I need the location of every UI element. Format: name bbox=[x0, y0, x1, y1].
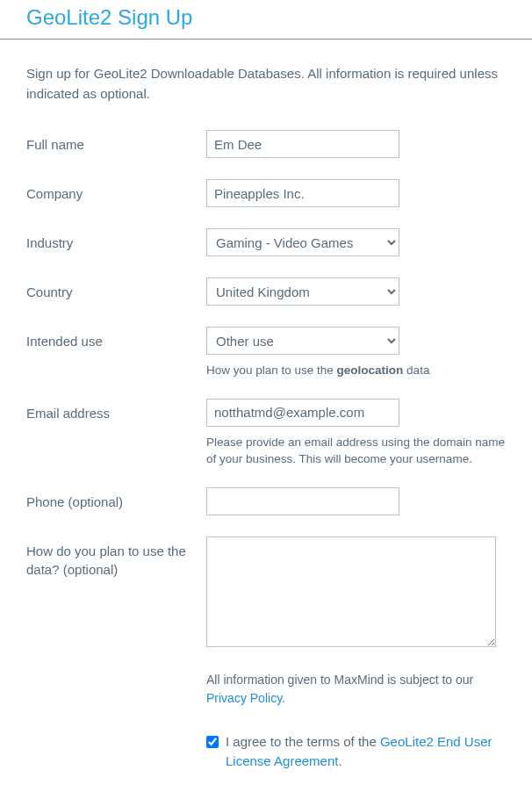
page-title: GeoLite2 Sign Up bbox=[26, 5, 532, 30]
email-input[interactable] bbox=[206, 399, 399, 427]
row-plan: How do you plan to use the data? (option… bbox=[26, 536, 506, 650]
row-intended-use: Intended use Other use bbox=[26, 327, 506, 355]
company-input[interactable] bbox=[206, 179, 399, 207]
row-full-name: Full name bbox=[26, 130, 506, 158]
full-name-input[interactable] bbox=[206, 130, 399, 158]
country-select[interactable]: United Kingdom bbox=[206, 277, 399, 306]
agree-row: I agree to the terms of the GeoLite2 End… bbox=[206, 732, 505, 772]
row-email: Email address bbox=[26, 399, 506, 427]
row-phone: Phone (optional) bbox=[26, 487, 506, 515]
industry-select[interactable]: Gaming - Video Games bbox=[206, 228, 399, 256]
label-phone: Phone (optional) bbox=[26, 487, 206, 511]
label-email: Email address bbox=[26, 399, 206, 422]
label-intended-use: Intended use bbox=[26, 327, 206, 350]
label-full-name: Full name bbox=[26, 130, 206, 154]
intro-text: Sign up for GeoLite2 Downloadable Databa… bbox=[26, 64, 506, 104]
privacy-policy-link[interactable]: Privacy Policy bbox=[206, 691, 282, 705]
privacy-block: All information given to MaxMind is subj… bbox=[206, 671, 505, 708]
email-hint: Please provide an email address using th… bbox=[206, 434, 505, 468]
label-company: Company bbox=[26, 179, 206, 203]
label-industry: Industry bbox=[26, 228, 206, 252]
agree-checkbox[interactable] bbox=[206, 736, 219, 748]
page-header: GeoLite2 Sign Up bbox=[0, 0, 532, 40]
label-country: Country bbox=[26, 277, 206, 301]
content: Sign up for GeoLite2 Downloadable Databa… bbox=[0, 40, 532, 792]
intended-use-hint: How you plan to use the geolocation data bbox=[206, 362, 505, 379]
row-country: Country United Kingdom bbox=[26, 277, 506, 306]
plan-textarea[interactable] bbox=[206, 536, 496, 647]
phone-input[interactable] bbox=[206, 487, 399, 515]
row-industry: Industry Gaming - Video Games bbox=[26, 228, 506, 256]
intended-use-select[interactable]: Other use bbox=[206, 327, 399, 355]
label-plan: How do you plan to use the data? (option… bbox=[26, 536, 206, 579]
row-company: Company bbox=[26, 179, 506, 207]
agree-text: I agree to the terms of the GeoLite2 End… bbox=[226, 732, 505, 772]
